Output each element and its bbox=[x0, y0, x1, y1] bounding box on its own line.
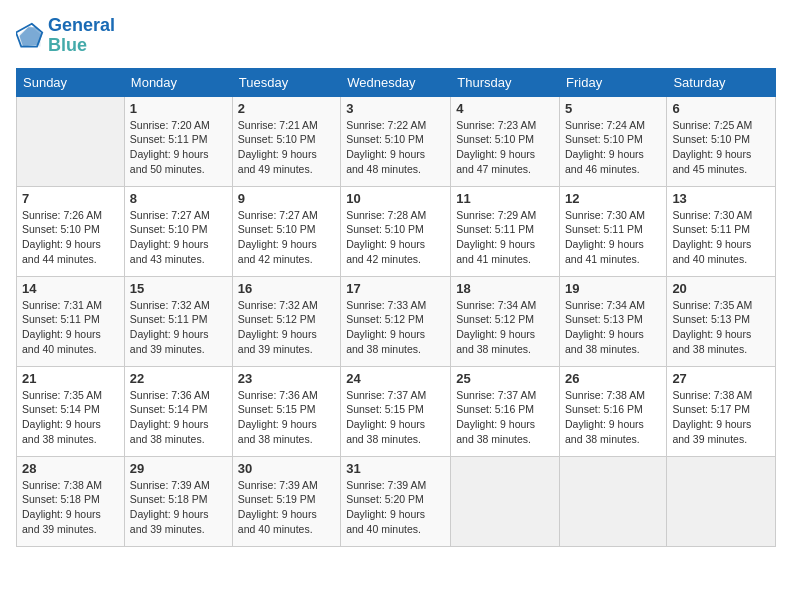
col-header-sunday: Sunday bbox=[17, 68, 125, 96]
day-number: 9 bbox=[238, 191, 335, 206]
calendar-cell: 6Sunrise: 7:25 AM Sunset: 5:10 PM Daylig… bbox=[667, 96, 776, 186]
day-detail: Sunrise: 7:22 AM Sunset: 5:10 PM Dayligh… bbox=[346, 118, 445, 177]
day-detail: Sunrise: 7:35 AM Sunset: 5:14 PM Dayligh… bbox=[22, 388, 119, 447]
day-number: 10 bbox=[346, 191, 445, 206]
calendar-cell: 21Sunrise: 7:35 AM Sunset: 5:14 PM Dayli… bbox=[17, 366, 125, 456]
day-detail: Sunrise: 7:23 AM Sunset: 5:10 PM Dayligh… bbox=[456, 118, 554, 177]
calendar-header-row: SundayMondayTuesdayWednesdayThursdayFrid… bbox=[17, 68, 776, 96]
day-number: 1 bbox=[130, 101, 227, 116]
day-detail: Sunrise: 7:32 AM Sunset: 5:12 PM Dayligh… bbox=[238, 298, 335, 357]
calendar-cell: 22Sunrise: 7:36 AM Sunset: 5:14 PM Dayli… bbox=[124, 366, 232, 456]
day-number: 16 bbox=[238, 281, 335, 296]
calendar-cell: 18Sunrise: 7:34 AM Sunset: 5:12 PM Dayli… bbox=[451, 276, 560, 366]
day-detail: Sunrise: 7:32 AM Sunset: 5:11 PM Dayligh… bbox=[130, 298, 227, 357]
day-number: 21 bbox=[22, 371, 119, 386]
calendar-cell: 9Sunrise: 7:27 AM Sunset: 5:10 PM Daylig… bbox=[232, 186, 340, 276]
day-detail: Sunrise: 7:35 AM Sunset: 5:13 PM Dayligh… bbox=[672, 298, 770, 357]
calendar-cell: 3Sunrise: 7:22 AM Sunset: 5:10 PM Daylig… bbox=[341, 96, 451, 186]
calendar-cell: 11Sunrise: 7:29 AM Sunset: 5:11 PM Dayli… bbox=[451, 186, 560, 276]
day-number: 6 bbox=[672, 101, 770, 116]
calendar-cell: 28Sunrise: 7:38 AM Sunset: 5:18 PM Dayli… bbox=[17, 456, 125, 546]
day-detail: Sunrise: 7:28 AM Sunset: 5:10 PM Dayligh… bbox=[346, 208, 445, 267]
calendar-week-3: 14Sunrise: 7:31 AM Sunset: 5:11 PM Dayli… bbox=[17, 276, 776, 366]
day-detail: Sunrise: 7:39 AM Sunset: 5:18 PM Dayligh… bbox=[130, 478, 227, 537]
day-detail: Sunrise: 7:33 AM Sunset: 5:12 PM Dayligh… bbox=[346, 298, 445, 357]
calendar-cell: 26Sunrise: 7:38 AM Sunset: 5:16 PM Dayli… bbox=[560, 366, 667, 456]
calendar-cell: 7Sunrise: 7:26 AM Sunset: 5:10 PM Daylig… bbox=[17, 186, 125, 276]
day-detail: Sunrise: 7:20 AM Sunset: 5:11 PM Dayligh… bbox=[130, 118, 227, 177]
day-detail: Sunrise: 7:31 AM Sunset: 5:11 PM Dayligh… bbox=[22, 298, 119, 357]
col-header-wednesday: Wednesday bbox=[341, 68, 451, 96]
day-detail: Sunrise: 7:39 AM Sunset: 5:20 PM Dayligh… bbox=[346, 478, 445, 537]
day-number: 4 bbox=[456, 101, 554, 116]
calendar-cell: 5Sunrise: 7:24 AM Sunset: 5:10 PM Daylig… bbox=[560, 96, 667, 186]
calendar-week-5: 28Sunrise: 7:38 AM Sunset: 5:18 PM Dayli… bbox=[17, 456, 776, 546]
day-detail: Sunrise: 7:30 AM Sunset: 5:11 PM Dayligh… bbox=[672, 208, 770, 267]
calendar-cell: 31Sunrise: 7:39 AM Sunset: 5:20 PM Dayli… bbox=[341, 456, 451, 546]
calendar-body: 1Sunrise: 7:20 AM Sunset: 5:11 PM Daylig… bbox=[17, 96, 776, 546]
day-number: 27 bbox=[672, 371, 770, 386]
calendar-cell: 1Sunrise: 7:20 AM Sunset: 5:11 PM Daylig… bbox=[124, 96, 232, 186]
day-number: 26 bbox=[565, 371, 661, 386]
day-number: 12 bbox=[565, 191, 661, 206]
calendar-cell bbox=[451, 456, 560, 546]
day-number: 19 bbox=[565, 281, 661, 296]
calendar-week-4: 21Sunrise: 7:35 AM Sunset: 5:14 PM Dayli… bbox=[17, 366, 776, 456]
day-number: 29 bbox=[130, 461, 227, 476]
day-number: 17 bbox=[346, 281, 445, 296]
day-number: 25 bbox=[456, 371, 554, 386]
day-detail: Sunrise: 7:25 AM Sunset: 5:10 PM Dayligh… bbox=[672, 118, 770, 177]
day-number: 5 bbox=[565, 101, 661, 116]
calendar-cell: 14Sunrise: 7:31 AM Sunset: 5:11 PM Dayli… bbox=[17, 276, 125, 366]
day-number: 18 bbox=[456, 281, 554, 296]
calendar-cell: 4Sunrise: 7:23 AM Sunset: 5:10 PM Daylig… bbox=[451, 96, 560, 186]
day-detail: Sunrise: 7:38 AM Sunset: 5:17 PM Dayligh… bbox=[672, 388, 770, 447]
calendar-cell: 19Sunrise: 7:34 AM Sunset: 5:13 PM Dayli… bbox=[560, 276, 667, 366]
calendar-cell: 30Sunrise: 7:39 AM Sunset: 5:19 PM Dayli… bbox=[232, 456, 340, 546]
day-detail: Sunrise: 7:34 AM Sunset: 5:13 PM Dayligh… bbox=[565, 298, 661, 357]
calendar-cell: 15Sunrise: 7:32 AM Sunset: 5:11 PM Dayli… bbox=[124, 276, 232, 366]
day-number: 23 bbox=[238, 371, 335, 386]
day-number: 24 bbox=[346, 371, 445, 386]
day-detail: Sunrise: 7:38 AM Sunset: 5:18 PM Dayligh… bbox=[22, 478, 119, 537]
day-number: 3 bbox=[346, 101, 445, 116]
day-number: 13 bbox=[672, 191, 770, 206]
calendar-week-2: 7Sunrise: 7:26 AM Sunset: 5:10 PM Daylig… bbox=[17, 186, 776, 276]
calendar-cell bbox=[17, 96, 125, 186]
day-number: 11 bbox=[456, 191, 554, 206]
page-header: GeneralBlue bbox=[16, 16, 776, 56]
col-header-saturday: Saturday bbox=[667, 68, 776, 96]
day-detail: Sunrise: 7:39 AM Sunset: 5:19 PM Dayligh… bbox=[238, 478, 335, 537]
day-detail: Sunrise: 7:36 AM Sunset: 5:15 PM Dayligh… bbox=[238, 388, 335, 447]
col-header-friday: Friday bbox=[560, 68, 667, 96]
calendar-cell: 8Sunrise: 7:27 AM Sunset: 5:10 PM Daylig… bbox=[124, 186, 232, 276]
day-detail: Sunrise: 7:37 AM Sunset: 5:15 PM Dayligh… bbox=[346, 388, 445, 447]
day-detail: Sunrise: 7:27 AM Sunset: 5:10 PM Dayligh… bbox=[238, 208, 335, 267]
day-detail: Sunrise: 7:26 AM Sunset: 5:10 PM Dayligh… bbox=[22, 208, 119, 267]
calendar-cell: 27Sunrise: 7:38 AM Sunset: 5:17 PM Dayli… bbox=[667, 366, 776, 456]
col-header-thursday: Thursday bbox=[451, 68, 560, 96]
day-number: 30 bbox=[238, 461, 335, 476]
day-number: 14 bbox=[22, 281, 119, 296]
calendar-table: SundayMondayTuesdayWednesdayThursdayFrid… bbox=[16, 68, 776, 547]
calendar-cell: 24Sunrise: 7:37 AM Sunset: 5:15 PM Dayli… bbox=[341, 366, 451, 456]
day-detail: Sunrise: 7:36 AM Sunset: 5:14 PM Dayligh… bbox=[130, 388, 227, 447]
day-number: 22 bbox=[130, 371, 227, 386]
col-header-tuesday: Tuesday bbox=[232, 68, 340, 96]
calendar-cell: 10Sunrise: 7:28 AM Sunset: 5:10 PM Dayli… bbox=[341, 186, 451, 276]
calendar-cell: 20Sunrise: 7:35 AM Sunset: 5:13 PM Dayli… bbox=[667, 276, 776, 366]
calendar-cell bbox=[560, 456, 667, 546]
day-detail: Sunrise: 7:21 AM Sunset: 5:10 PM Dayligh… bbox=[238, 118, 335, 177]
day-number: 7 bbox=[22, 191, 119, 206]
day-detail: Sunrise: 7:27 AM Sunset: 5:10 PM Dayligh… bbox=[130, 208, 227, 267]
col-header-monday: Monday bbox=[124, 68, 232, 96]
day-number: 28 bbox=[22, 461, 119, 476]
day-detail: Sunrise: 7:24 AM Sunset: 5:10 PM Dayligh… bbox=[565, 118, 661, 177]
calendar-cell: 12Sunrise: 7:30 AM Sunset: 5:11 PM Dayli… bbox=[560, 186, 667, 276]
logo-text: GeneralBlue bbox=[48, 16, 115, 56]
calendar-cell: 25Sunrise: 7:37 AM Sunset: 5:16 PM Dayli… bbox=[451, 366, 560, 456]
logo-icon bbox=[16, 22, 44, 50]
day-detail: Sunrise: 7:34 AM Sunset: 5:12 PM Dayligh… bbox=[456, 298, 554, 357]
day-detail: Sunrise: 7:30 AM Sunset: 5:11 PM Dayligh… bbox=[565, 208, 661, 267]
logo: GeneralBlue bbox=[16, 16, 115, 56]
